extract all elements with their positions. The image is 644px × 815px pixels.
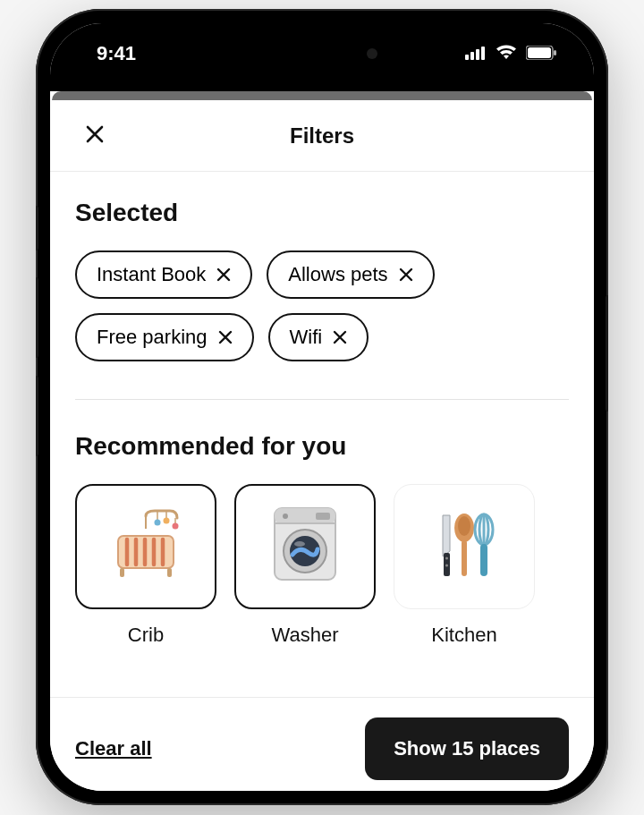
sheet-grabber-backdrop	[52, 91, 592, 100]
selected-chips: Instant Book Allows pets Free parking	[75, 250, 569, 361]
status-bar: 9:41	[50, 23, 594, 91]
card-label: Kitchen	[431, 624, 496, 647]
svg-point-9	[155, 520, 161, 526]
svg-point-32	[445, 565, 448, 567]
svg-rect-2	[476, 49, 479, 60]
close-button[interactable]	[77, 118, 113, 154]
svg-rect-5	[528, 47, 551, 58]
card-label: Crib	[128, 624, 164, 647]
washer-icon	[269, 506, 341, 587]
wifi-icon	[496, 42, 517, 65]
phone-side-button	[606, 295, 608, 412]
card-frame	[394, 484, 535, 609]
status-icons	[465, 42, 556, 65]
svg-point-13	[173, 523, 179, 530]
chip-label: Instant Book	[97, 263, 206, 286]
sheet-footer: Clear all Show 15 places	[50, 697, 594, 791]
filter-chip-wifi[interactable]: Wifi	[268, 313, 369, 361]
svg-point-25	[283, 514, 288, 519]
recommended-card-kitchen[interactable]: Kitchen	[394, 484, 535, 647]
sheet-header: Filters	[50, 100, 594, 172]
chip-label: Wifi	[290, 326, 323, 349]
svg-point-31	[445, 557, 448, 560]
phone-side-button	[36, 206, 38, 250]
svg-rect-26	[316, 513, 330, 520]
page-title: Filters	[290, 123, 354, 149]
filter-chip-free-parking[interactable]: Free parking	[75, 313, 254, 361]
svg-rect-3	[481, 47, 485, 60]
selected-heading: Selected	[75, 199, 569, 227]
svg-rect-21	[167, 568, 172, 577]
filters-content: Selected Instant Book Allows pets Free p…	[50, 172, 594, 697]
svg-rect-0	[465, 55, 469, 60]
svg-rect-6	[554, 50, 556, 55]
status-time: 9:41	[97, 42, 136, 65]
filter-chip-instant-book[interactable]: Instant Book	[75, 250, 252, 299]
svg-rect-35	[462, 540, 467, 576]
recommended-cards: Crib	[75, 484, 569, 647]
recommended-heading: Recommended for you	[75, 432, 569, 461]
battery-icon	[526, 42, 556, 65]
phone-side-button	[36, 376, 38, 456]
chip-label: Free parking	[97, 326, 208, 349]
recommended-card-crib[interactable]: Crib	[75, 484, 216, 647]
card-frame	[75, 484, 216, 609]
svg-rect-7	[145, 516, 147, 529]
svg-rect-39	[480, 544, 487, 576]
svg-rect-24	[275, 522, 335, 524]
remove-icon	[218, 330, 233, 344]
kitchen-utensils-icon	[428, 506, 500, 587]
section-divider	[75, 399, 569, 400]
svg-rect-1	[470, 52, 474, 60]
crib-icon	[106, 509, 186, 584]
chip-label: Allows pets	[288, 263, 387, 286]
phone-side-button	[36, 277, 38, 358]
svg-rect-20	[120, 568, 124, 577]
svg-point-34	[458, 516, 470, 536]
phone-screen: 9:41	[50, 23, 594, 791]
dynamic-island	[250, 36, 394, 72]
card-frame	[234, 484, 376, 609]
clear-all-link[interactable]: Clear all	[75, 737, 152, 760]
svg-point-29	[294, 541, 305, 547]
show-places-button[interactable]: Show 15 places	[365, 717, 569, 780]
filter-chip-allows-pets[interactable]: Allows pets	[267, 250, 434, 299]
card-label: Washer	[272, 624, 339, 647]
phone-frame: 9:41	[36, 9, 608, 805]
remove-icon	[216, 267, 231, 282]
remove-icon	[399, 267, 413, 282]
close-icon	[85, 124, 105, 148]
recommended-card-washer[interactable]: Washer	[234, 484, 376, 647]
remove-icon	[333, 330, 347, 344]
svg-point-11	[164, 518, 170, 524]
cellular-icon	[465, 42, 487, 65]
